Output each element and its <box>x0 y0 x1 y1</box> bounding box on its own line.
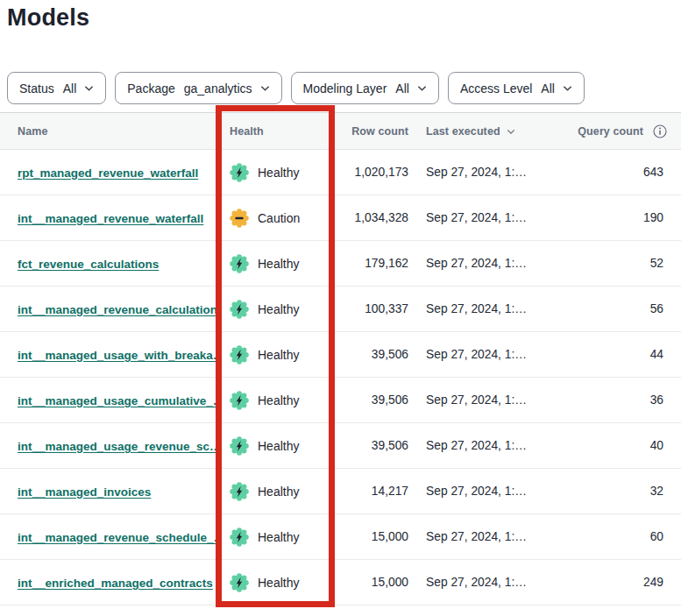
table-row: fct_revenue_calculations Healthy 179,162… <box>0 241 681 287</box>
health-status-label: Healthy <box>258 439 299 453</box>
filter-value: All <box>63 81 77 96</box>
filter-label: Modeling Layer <box>303 81 387 96</box>
model-link[interactable]: int__managed_usage_cumulative_… <box>18 394 216 407</box>
query-count-value: 60 <box>575 530 681 543</box>
table-row: int__managed_usage_with_breaka… Healthy … <box>0 332 681 378</box>
health-status-icon <box>230 391 249 410</box>
last-executed-value: Sep 27, 2024, 1:… <box>408 302 575 315</box>
query-count-value: 249 <box>575 576 681 589</box>
last-executed-value: Sep 27, 2024, 1:… <box>408 257 575 270</box>
model-link[interactable]: int__managed_revenue_calculations <box>18 303 216 316</box>
filter-value: ga_analytics <box>184 81 252 96</box>
row-count-value: 39,506 <box>335 439 408 452</box>
table-row: int__managed_usage_cumulative_… Healthy … <box>0 378 681 423</box>
page-title: Models <box>7 4 89 32</box>
filter-status[interactable]: StatusAll <box>7 72 106 104</box>
query-count-value: 36 <box>575 393 681 407</box>
health-status-icon <box>230 300 249 319</box>
filter-access-level[interactable]: Access LevelAll <box>448 72 585 104</box>
health-status-label: Healthy <box>258 348 299 362</box>
health-status-label: Caution <box>258 211 300 225</box>
row-count-value: 39,506 <box>335 348 408 361</box>
last-executed-value: Sep 27, 2024, 1:… <box>408 530 575 543</box>
table-row: int__managed_invoices Healthy 14,217 Sep… <box>0 469 681 514</box>
column-header-query-count: Query count <box>575 124 681 138</box>
model-link[interactable]: fct_revenue_calculations <box>18 258 159 271</box>
row-count-value: 1,034,328 <box>335 211 408 224</box>
query-count-value: 40 <box>575 439 681 452</box>
sort-chevron-icon <box>507 129 515 135</box>
model-link[interactable]: int__managed_revenue_waterfall <box>18 212 203 225</box>
model-link[interactable]: int__managed_usage_with_breaka… <box>18 349 216 362</box>
table-row: int__enriched_managed_contracts Healthy … <box>0 560 681 605</box>
filter-value: All <box>395 81 409 96</box>
table-row: rpt_managed_revenue_waterfall Healthy 1,… <box>0 150 681 195</box>
filter-value: All <box>541 81 555 96</box>
filter-label: Package <box>127 81 174 96</box>
table-row: int__managed_revenue_schedule_… Healthy … <box>0 514 681 560</box>
health-status-label: Healthy <box>258 302 299 316</box>
column-header-last-executed[interactable]: Last executed <box>408 125 575 138</box>
model-link[interactable]: int__managed_invoices <box>18 485 151 499</box>
query-count-value: 52 <box>575 257 681 270</box>
query-count-value: 190 <box>575 211 681 224</box>
health-status-label: Healthy <box>258 576 299 590</box>
filter-modeling-layer[interactable]: Modeling LayerAll <box>291 72 439 104</box>
column-header-health: Health <box>216 125 335 138</box>
health-status-icon <box>230 345 249 365</box>
health-status-icon <box>230 436 249 456</box>
chevron-down-icon <box>260 85 270 92</box>
query-count-value: 32 <box>575 485 681 498</box>
query-count-value: 56 <box>575 302 681 315</box>
chevron-down-icon <box>417 85 427 92</box>
models-page: Models StatusAll Packagega_analytics Mod… <box>0 0 681 616</box>
health-status-icon <box>230 573 249 592</box>
row-count-value: 1,020,173 <box>335 166 408 179</box>
health-status-icon <box>230 209 249 228</box>
table-header-row: Name Health Row count Last executed Quer… <box>0 112 681 150</box>
model-link[interactable]: int__enriched_managed_contracts <box>18 577 213 590</box>
last-executed-value: Sep 27, 2024, 1:… <box>408 348 575 361</box>
table-row: int__managed_usage_revenue_sc… Healthy 3… <box>0 423 681 469</box>
chevron-down-icon <box>563 85 572 92</box>
column-header-row-count: Row count <box>335 125 408 138</box>
table-row: int__managed_revenue_calculations Health… <box>0 287 681 332</box>
health-status-icon <box>230 527 249 547</box>
filter-package[interactable]: Packagega_analytics <box>115 72 281 104</box>
chevron-down-icon <box>84 85 94 92</box>
model-link[interactable]: rpt_managed_revenue_waterfall <box>18 166 198 180</box>
health-status-icon <box>230 482 249 501</box>
filter-label: Access Level <box>460 81 532 96</box>
info-icon[interactable] <box>653 124 667 138</box>
health-status-label: Healthy <box>258 257 299 271</box>
health-status-icon <box>230 254 249 273</box>
row-count-value: 100,337 <box>335 302 408 315</box>
row-count-value: 179,162 <box>335 257 408 270</box>
last-executed-value: Sep 27, 2024, 1:… <box>408 439 575 452</box>
row-count-value: 14,217 <box>335 485 408 498</box>
health-status-label: Healthy <box>258 530 299 544</box>
last-executed-value: Sep 27, 2024, 1:… <box>408 393 575 407</box>
filter-bar: StatusAll Packagega_analytics Modeling L… <box>7 72 585 104</box>
last-executed-value: Sep 27, 2024, 1:… <box>408 576 575 589</box>
models-table: Name Health Row count Last executed Quer… <box>0 112 681 605</box>
row-count-value: 15,000 <box>335 530 408 543</box>
health-status-label: Healthy <box>258 485 299 499</box>
table-row: int__managed_revenue_waterfall Caution 1… <box>0 195 681 241</box>
last-executed-value: Sep 27, 2024, 1:… <box>408 485 575 498</box>
model-link[interactable]: int__managed_usage_revenue_sc… <box>18 440 216 453</box>
health-status-label: Healthy <box>258 393 299 407</box>
last-executed-value: Sep 27, 2024, 1:… <box>408 166 575 179</box>
query-count-value: 44 <box>575 348 681 361</box>
model-link[interactable]: int__managed_revenue_schedule_… <box>18 531 216 544</box>
health-status-icon <box>230 163 249 182</box>
filter-label: Status <box>19 81 54 96</box>
last-executed-value: Sep 27, 2024, 1:… <box>408 211 575 224</box>
row-count-value: 15,000 <box>335 576 408 589</box>
column-header-name: Name <box>0 125 216 138</box>
health-status-label: Healthy <box>258 166 299 180</box>
query-count-value: 643 <box>575 166 681 179</box>
row-count-value: 39,506 <box>335 393 408 407</box>
